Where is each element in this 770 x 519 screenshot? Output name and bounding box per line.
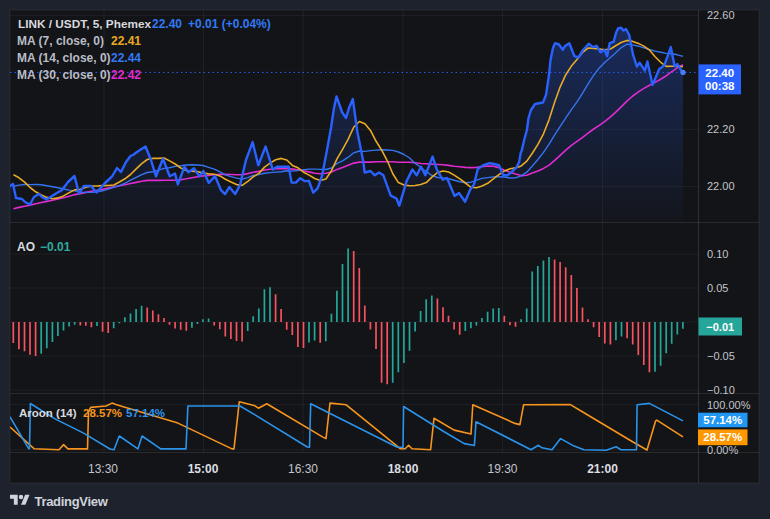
svg-text:00:38: 00:38 — [705, 80, 735, 92]
svg-text:+0.01 (+0.04%): +0.01 (+0.04%) — [188, 17, 271, 31]
svg-text:0.05: 0.05 — [707, 282, 728, 294]
svg-text:−0.10: −0.10 — [707, 384, 735, 396]
svg-text:22.20: 22.20 — [707, 123, 735, 135]
svg-text:21:00: 21:00 — [587, 462, 618, 476]
svg-text:Aroon (14): Aroon (14) — [19, 407, 77, 419]
svg-text:22.00: 22.00 — [707, 180, 735, 192]
svg-text:57.14%: 57.14% — [126, 407, 165, 419]
svg-text:57.14%: 57.14% — [703, 414, 742, 426]
svg-text:AO: AO — [17, 240, 35, 254]
svg-text:22.42: 22.42 — [111, 68, 141, 82]
svg-text:MA (7, close, 0): MA (7, close, 0) — [17, 34, 104, 48]
svg-text:MA (14, close, 0): MA (14, close, 0) — [17, 51, 111, 65]
svg-text:22.40: 22.40 — [152, 17, 182, 31]
svg-text:−0.05: −0.05 — [707, 350, 735, 362]
svg-text:0.00%: 0.00% — [707, 444, 738, 456]
svg-text:0.10: 0.10 — [707, 248, 728, 260]
svg-text:19:30: 19:30 — [487, 462, 517, 476]
svg-text:22.44: 22.44 — [111, 51, 141, 65]
svg-text:−0.01: −0.01 — [706, 321, 734, 333]
svg-text:MA (30, close, 0): MA (30, close, 0) — [17, 68, 111, 82]
svg-text:18:00: 18:00 — [388, 462, 419, 476]
svg-text:28.57%: 28.57% — [703, 431, 742, 443]
svg-text:13:30: 13:30 — [88, 462, 118, 476]
svg-text:22.60: 22.60 — [707, 9, 735, 21]
svg-text:LINK / USDT, 5, Phemex: LINK / USDT, 5, Phemex — [18, 17, 152, 31]
svg-text:15:00: 15:00 — [188, 462, 219, 476]
svg-text:16:30: 16:30 — [288, 462, 318, 476]
svg-text:28.57%: 28.57% — [83, 407, 122, 419]
svg-text:100.00%: 100.00% — [707, 399, 751, 411]
svg-text:−0.01: −0.01 — [40, 240, 71, 254]
svg-text:22.41: 22.41 — [111, 34, 141, 48]
svg-text:22.40: 22.40 — [705, 67, 734, 79]
svg-text:TradingView: TradingView — [35, 494, 109, 509]
